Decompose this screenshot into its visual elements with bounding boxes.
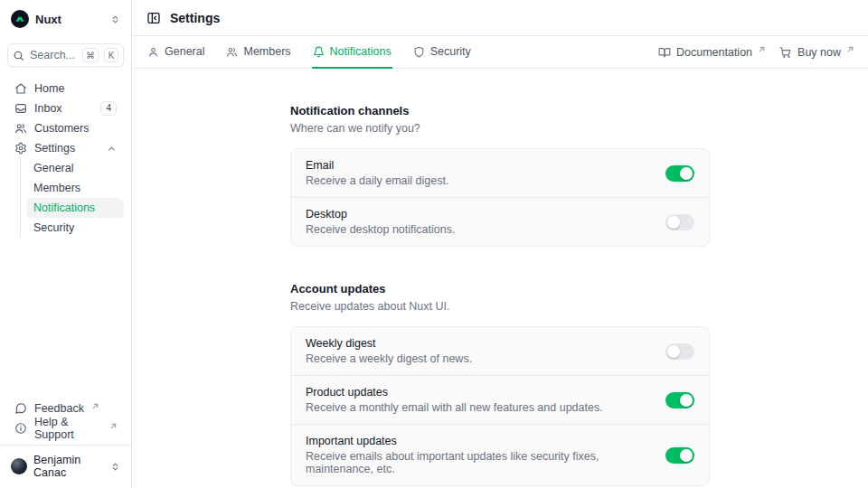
sidebar-item-label: Customers xyxy=(34,122,89,135)
kbd-k: K xyxy=(104,48,118,62)
sidebar-item-notifications[interactable]: Notifications xyxy=(26,198,124,218)
tab-notifications[interactable]: Notifications xyxy=(312,36,392,69)
user-menu[interactable]: Benjamin Canac xyxy=(7,446,124,481)
sidebar-item-label: Help & Support xyxy=(34,416,102,441)
tab-label: Notifications xyxy=(330,45,392,58)
weekly-digest-toggle[interactable] xyxy=(665,343,694,360)
external-link-icon xyxy=(759,46,765,52)
bell-icon xyxy=(313,46,325,58)
documentation-link[interactable]: Documentation xyxy=(658,46,765,59)
setting-row-important-updates: Important updates Receive emails about i… xyxy=(291,424,709,485)
tab-members[interactable]: Members xyxy=(225,36,291,69)
user-icon xyxy=(147,46,159,58)
section-description: Receive updates about Nuxt UI. xyxy=(290,300,710,313)
page-header: Settings xyxy=(132,0,868,36)
toolbar-link-label: Buy now xyxy=(797,46,841,59)
sidebar-item-label: General xyxy=(33,162,73,174)
tab-label: Members xyxy=(243,45,290,58)
section-description: Where can we notify you? xyxy=(290,122,710,135)
sidebar-item-label: Home xyxy=(34,82,64,95)
main-panel: Settings General Members Notifications xyxy=(132,0,868,488)
chevron-up-down-icon xyxy=(110,14,120,24)
sidebar-item-members[interactable]: Members xyxy=(26,178,124,198)
chat-bubble-icon xyxy=(14,402,27,415)
inbox-icon xyxy=(14,102,27,115)
sidebar-item-security[interactable]: Security xyxy=(26,218,124,238)
sidebar-item-customers[interactable]: Customers xyxy=(7,118,124,138)
chevron-up-icon xyxy=(107,144,117,154)
sidebar-nav: Home Inbox 4 Customers Settings xyxy=(7,79,124,238)
panel-left-close-icon[interactable] xyxy=(146,11,161,25)
tab-security[interactable]: Security xyxy=(412,36,472,69)
sidebar-item-label: Members xyxy=(33,182,80,194)
setting-title: Weekly digest xyxy=(306,337,472,350)
tab-general[interactable]: General xyxy=(146,36,205,69)
external-link-icon xyxy=(847,46,854,52)
search-icon xyxy=(13,50,24,61)
email-toggle[interactable] xyxy=(665,165,694,182)
sidebar-item-label: Feedback xyxy=(34,402,84,415)
setting-title: Email xyxy=(306,159,448,172)
gear-icon xyxy=(14,142,27,155)
search-placeholder: Search... xyxy=(30,49,77,61)
users-icon xyxy=(14,122,27,135)
important-updates-toggle[interactable] xyxy=(665,447,694,464)
section-title: Notification channels xyxy=(290,104,710,117)
nuxt-logo-icon xyxy=(11,10,29,28)
settings-content: Notification channels Where can we notif… xyxy=(132,69,868,488)
help-support-link[interactable]: Help & Support xyxy=(7,418,124,438)
sidebar: Nuxt Search... ⌘ K Home xyxy=(0,0,132,488)
chevron-up-down-icon xyxy=(110,462,120,472)
setting-title: Important updates xyxy=(306,435,651,447)
setting-description: Receive a daily email digest. xyxy=(306,174,448,187)
search-input[interactable]: Search... ⌘ K xyxy=(7,43,124,67)
settings-subnav: General Members Notifications Security xyxy=(20,158,124,238)
sidebar-item-home[interactable]: Home xyxy=(7,79,124,99)
sidebar-item-label: Notifications xyxy=(33,202,95,214)
tab-bar: General Members Notifications Security xyxy=(132,36,868,69)
team-switcher[interactable]: Nuxt xyxy=(7,7,124,31)
page-title: Settings xyxy=(170,11,220,25)
setting-description: Receive a weekly digest of news. xyxy=(306,352,472,365)
inbox-count-badge: 4 xyxy=(100,101,117,116)
setting-row-desktop: Desktop Receive desktop notifications. xyxy=(291,197,709,246)
desktop-toggle[interactable] xyxy=(665,214,694,230)
avatar xyxy=(11,458,27,474)
external-link-icon xyxy=(110,423,117,429)
sidebar-item-inbox[interactable]: Inbox 4 xyxy=(7,99,124,118)
notification-channels-section: Notification channels Where can we notif… xyxy=(290,104,710,247)
sidebar-item-label: Inbox xyxy=(34,102,62,115)
sidebar-item-general[interactable]: General xyxy=(26,158,124,178)
sidebar-item-label: Settings xyxy=(34,142,75,155)
buy-now-link[interactable]: Buy now xyxy=(779,46,854,59)
toolbar-link-label: Documentation xyxy=(676,46,752,59)
notification-channels-card: Email Receive a daily email digest. Desk… xyxy=(290,148,710,247)
external-link-icon xyxy=(92,403,99,409)
shield-icon xyxy=(413,46,425,58)
tab-label: General xyxy=(165,45,204,58)
users-icon xyxy=(226,46,238,58)
team-name: Nuxt xyxy=(35,13,61,26)
kbd-meta: ⌘ xyxy=(82,48,99,62)
user-name: Benjamin Canac xyxy=(33,454,104,479)
app-window: Nuxt Search... ⌘ K Home xyxy=(0,0,868,488)
setting-title: Product updates xyxy=(306,386,603,399)
setting-row-email: Email Receive a daily email digest. xyxy=(291,149,709,197)
toolbar-links: Documentation Buy now xyxy=(658,36,854,68)
setting-description: Receive desktop notifications. xyxy=(306,223,455,236)
book-open-icon xyxy=(658,46,671,59)
setting-title: Desktop xyxy=(306,208,455,221)
cart-icon xyxy=(779,46,792,59)
account-updates-section: Account updates Receive updates about Nu… xyxy=(290,282,710,486)
sidebar-footer: Feedback Help & Support Benjamin Canac xyxy=(7,399,124,481)
setting-row-product-updates: Product updates Receive a monthly email … xyxy=(291,375,709,424)
home-icon xyxy=(14,82,27,95)
sidebar-item-label: Security xyxy=(33,221,74,234)
setting-description: Receive emails about important updates l… xyxy=(306,450,651,475)
account-updates-card: Weekly digest Receive a weekly digest of… xyxy=(290,326,710,486)
product-updates-toggle[interactable] xyxy=(665,392,694,408)
info-circle-icon xyxy=(14,422,27,435)
sidebar-item-settings[interactable]: Settings xyxy=(7,138,124,158)
setting-description: Receive a monthly email with all new fea… xyxy=(306,401,603,414)
setting-row-weekly-digest: Weekly digest Receive a weekly digest of… xyxy=(291,327,709,375)
